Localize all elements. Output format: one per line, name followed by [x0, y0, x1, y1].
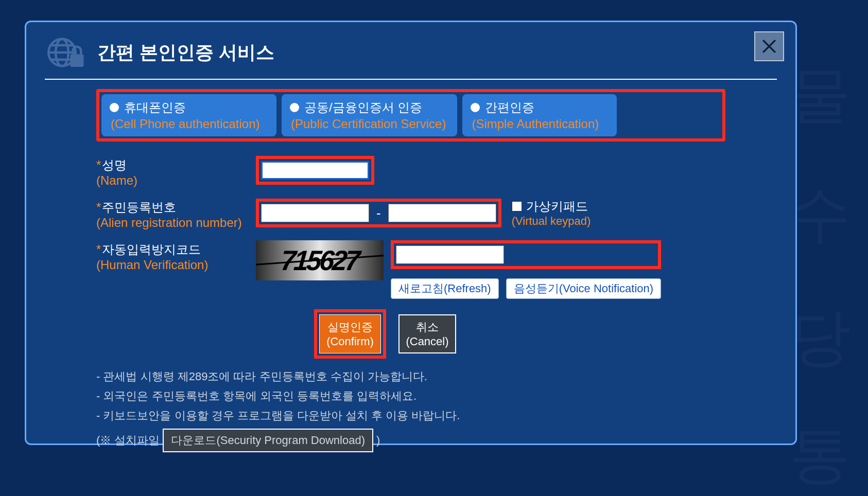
cancel-label-en: (Cancel): [406, 335, 448, 348]
cancel-button[interactable]: 취소 (Cancel): [398, 314, 456, 353]
globe-lock-icon: [45, 34, 90, 70]
auth-tabs-highlight: 휴대폰인증 (Cell Phone authentication) 공동/금융인…: [96, 89, 725, 141]
modal-content: 휴대폰인증 (Cell Phone authentication) 공동/금융인…: [45, 89, 777, 452]
footer-notes: - 관세법 시행령 제289조에 따라 주민등록번호 수집이 가능합니다. - …: [96, 369, 725, 423]
rrn-input-part1[interactable]: [261, 204, 369, 222]
rrn-label-ko: 주민등록번호: [102, 200, 176, 214]
captcha-label-en: (Human Verification): [96, 258, 256, 272]
rrn-input-highlight: -: [256, 199, 501, 227]
radio-icon: [471, 103, 480, 112]
close-icon: [760, 38, 778, 55]
auth-modal: 간편 본인인증 서비스 휴대폰인증 (Cell Phone authentica…: [25, 21, 797, 445]
tab-label-ko: 공동/금융인증서 인증: [304, 99, 422, 116]
name-input-highlight: [256, 156, 374, 185]
confirm-label-ko: 실명인증: [327, 320, 373, 335]
tab-label-en: (Public Certification Service): [290, 117, 446, 131]
note-line: - 관세법 시행령 제289조에 따라 주민등록번호 수집이 가능합니다.: [96, 369, 725, 384]
rrn-dash: -: [373, 205, 384, 221]
action-buttons: 실명인증 (Confirm) 취소 (Cancel): [45, 309, 725, 359]
name-label-en: (Name): [96, 173, 256, 188]
refresh-button[interactable]: 새로고침(Refresh): [391, 278, 499, 299]
captcha-label-ko: 자동입력방지코드: [102, 242, 201, 256]
row-captcha: *자동입력방지코드 (Human Verification) 715627 새로…: [96, 240, 725, 299]
radio-icon: [290, 103, 299, 112]
download-row: (※ 설치파일 다운로드(Security Program Download) …: [96, 429, 725, 452]
radio-icon: [110, 103, 119, 112]
row-rrn: *주민등록번호 (Alien registration number) - 가상…: [96, 198, 725, 230]
tab-label-en: (Simple Authentication): [471, 117, 605, 131]
confirm-button[interactable]: 실명인증 (Confirm): [319, 314, 381, 353]
name-label-ko: 성명: [102, 158, 127, 172]
modal-title: 간편 본인인증 서비스: [97, 40, 274, 65]
download-suffix: ): [376, 434, 380, 447]
captcha-image: 715627: [256, 240, 384, 280]
modal-header: 간편 본인인증 서비스: [45, 34, 777, 80]
download-button[interactable]: 다운로드(Security Program Download): [163, 429, 373, 452]
rrn-input-part2[interactable]: [388, 204, 496, 222]
captcha-input[interactable]: [396, 245, 504, 264]
download-prefix: (※ 설치파일: [96, 433, 160, 448]
virtual-keypad-label-en: (Virtual keypad): [512, 215, 591, 228]
tab-label-ko: 휴대폰인증: [124, 99, 186, 116]
note-line: - 외국인은 주민등록번호 항목에 외국인 등록번호를 입력하세요.: [96, 388, 725, 404]
tab-cellphone-auth[interactable]: 휴대폰인증 (Cell Phone authentication): [101, 94, 276, 136]
virtual-keypad-label-ko: 가상키패드: [526, 198, 588, 215]
svg-rect-7: [70, 55, 83, 67]
confirm-button-highlight: 실명인증 (Confirm): [314, 309, 386, 359]
captcha-input-highlight: [391, 240, 661, 269]
name-input[interactable]: [261, 161, 369, 180]
voice-button[interactable]: 음성듣기(Voice Notification): [506, 278, 661, 299]
tab-simple-auth[interactable]: 간편인증 (Simple Authentication): [462, 94, 617, 136]
tab-label-ko: 간편인증: [485, 99, 534, 116]
tab-public-cert-auth[interactable]: 공동/금융인증서 인증 (Public Certification Servic…: [282, 94, 457, 136]
note-line: - 키보드보안을 이용할 경우 프로그램을 다운받아 설치 후 이용 바랍니다.: [96, 408, 725, 423]
virtual-keypad-checkbox[interactable]: [512, 201, 522, 211]
rrn-label-en: (Alien registration number): [96, 216, 256, 230]
tab-label-en: (Cell Phone authentication): [110, 117, 265, 131]
confirm-label-en: (Confirm): [326, 335, 374, 348]
cancel-label-ko: 취소: [416, 320, 439, 335]
close-button[interactable]: [754, 31, 784, 61]
row-name: *성명 (Name): [96, 156, 725, 188]
